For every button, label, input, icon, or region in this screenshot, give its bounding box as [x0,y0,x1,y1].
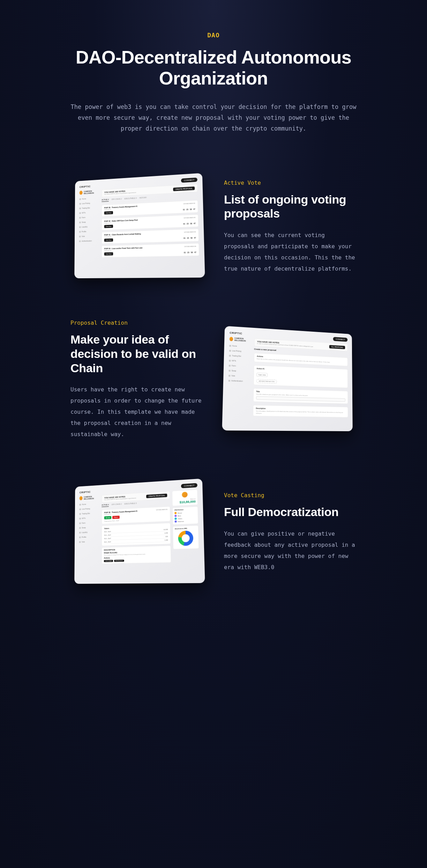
avatar [80,496,83,500]
mock-nav-item: Authentication [79,239,99,243]
mock-proposal-creation: CRIPTIC CONNECT CAMERON WILLIAMSON Home … [222,326,352,431]
mock-proposal-card: POIP 41 - Claim Rewards from Locked Stak… [102,229,199,244]
mock-nav-item: Home [79,196,99,201]
mock-nav-item: Liquidity [79,225,99,229]
mock-accept-button: Accept [104,516,112,520]
mock-connect-button: CONNECT [181,177,197,183]
mock-nav-item: Vote [79,234,99,238]
mock-nav-item: Live Pricing [79,201,99,205]
token-dot-icon [174,518,177,520]
mock-tab: ACTIVE 4 [102,198,109,202]
mock-vote-casting: CRIPTIC CONNECT CAMERON WILLIAMSON Home … [74,479,205,584]
mock-proposal-card: POIP 42 - Stake ORP Earn Coin Setup Pool… [102,214,198,230]
mock-proposal-status: VOTING ENDS IN [183,203,195,207]
hero-eyebrow: DAO [70,31,357,39]
feature-description: You can see the current voting proposals… [224,230,357,274]
mock-tab: EXECUTABLE 3 [124,197,136,201]
mock-nav-item: Farm [79,215,99,219]
mock-create-proposal-button: CREATE PROPOSAL [173,186,195,191]
mock-reject-button: Reject [112,516,119,519]
hero-description: The power of web3 is you can take contro… [70,102,357,134]
mock-vote-button: Vote Now [104,211,113,215]
mock-select: Criptic token [256,373,268,377]
feature-description: You can give positive or negative feedba… [224,528,357,573]
feature-label: Active Vote [224,179,357,186]
mock-active-vote: CRIPTIC CONNECT CAMERON WILLIAMSON Home … [74,173,205,278]
feature-description: Users have the right to create new propo… [70,384,203,440]
mock-username: CAMERON WILLIAMSON [84,190,99,194]
mock-nav-item: NFTs [79,210,99,214]
avatar [182,492,188,498]
mock-balance-amount: $10,86,000 [174,500,196,504]
feature-title: List of ongoing voting proposals [224,192,357,221]
feature-label: Vote Casting [224,492,357,499]
avatar [80,191,83,195]
hero-title: DAO-Decentralized Autonomous Organizatio… [70,47,357,89]
mock-proposal-card: POIP 04 - Loan and/or Fixed Term with Fe… [102,243,199,258]
mock-proposal-card: POIP 38 - Treasury Assets Management #1 … [102,200,198,216]
feature-proposal-creation: Proposal Creation Make your idea of deci… [70,319,357,440]
token-dot-icon [174,512,177,514]
mock-nav-item: Profile [79,229,99,234]
mock-nav-item: Trading Bot [79,206,99,210]
token-dot-icon [175,521,177,523]
mock-sidebar: CAMERON WILLIAMSON Home Live Pricing Tra… [79,190,99,274]
mock-tab: HISTORY [139,197,147,200]
feature-title: Full Democratization [224,505,357,519]
mock-all-proposal-button: ALL PROPOSAL [329,345,345,349]
avatar [230,337,233,341]
mock-nav-item: Swap [79,220,99,224]
feature-title: Make your idea of decision to be valid o… [70,332,203,375]
feature-vote-casting: CRIPTIC CONNECT CAMERON WILLIAMSON Home … [70,482,357,583]
mock-add-action-button: ADD ANOTHER ACTION [256,379,277,383]
mock-tab: OFF-CHAIN 2 [111,198,122,201]
feature-active-vote: CRIPTIC CONNECT CAMERON WILLIAMSON Home … [70,176,357,278]
donut-chart-icon [178,531,193,546]
feature-label: Proposal Creation [70,319,203,326]
mock-brand: CRIPTIC [80,185,91,188]
token-dot-icon [174,515,177,517]
